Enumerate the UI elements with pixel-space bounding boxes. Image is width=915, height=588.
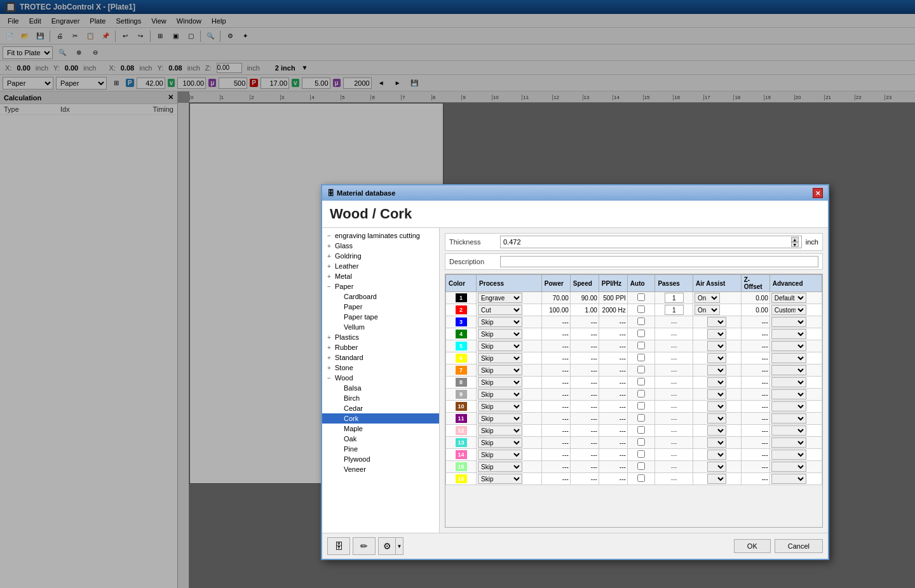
passes-cell-6[interactable]: ---: [655, 352, 693, 364]
air-cell-1[interactable]: On: [693, 292, 741, 304]
auto-cell-9[interactable]: [627, 389, 655, 401]
advanced-cell-7[interactable]: [769, 364, 822, 377]
advanced-cell-14[interactable]: [769, 449, 822, 461]
tree-item-veneer[interactable]: Veneer: [322, 464, 439, 474]
air-cell-11[interactable]: [693, 413, 741, 425]
process-cell-5[interactable]: Skip: [477, 340, 542, 352]
tree-item-vellum[interactable]: Vellum: [322, 322, 439, 332]
auto-cell-1[interactable]: [627, 292, 655, 304]
color-cell-8[interactable]: 8: [446, 377, 477, 389]
color-cell-16[interactable]: 16: [446, 473, 477, 485]
passes-cell-16[interactable]: ---: [655, 473, 693, 485]
auto-cell-12[interactable]: [627, 425, 655, 437]
air-cell-16[interactable]: [693, 473, 741, 485]
passes-cell-12[interactable]: ---: [655, 425, 693, 437]
auto-cell-8[interactable]: [627, 377, 655, 389]
process-cell-8[interactable]: Skip: [477, 377, 542, 389]
color-cell-6[interactable]: 6: [446, 352, 477, 364]
process-cell-10[interactable]: Skip: [477, 401, 542, 413]
tree-item-wood[interactable]: −Wood: [322, 373, 439, 383]
auto-cell-5[interactable]: [627, 340, 655, 352]
passes-cell-11[interactable]: ---: [655, 413, 693, 425]
advanced-cell-2[interactable]: Custom: [769, 304, 822, 316]
tree-item-standard[interactable]: +Standard: [322, 352, 439, 363]
tree-item-cork[interactable]: Cork: [322, 413, 439, 424]
process-cell-14[interactable]: Skip: [477, 449, 542, 461]
tree-item-cardboard[interactable]: Cardboard: [322, 291, 439, 302]
thickness-input[interactable]: [503, 238, 541, 246]
auto-cell-2[interactable]: [627, 304, 655, 316]
advanced-cell-5[interactable]: [769, 340, 822, 352]
passes-cell-5[interactable]: ---: [655, 340, 693, 352]
tree-item-glass[interactable]: +Glass: [322, 241, 439, 251]
air-cell-5[interactable]: [693, 340, 741, 352]
tree-item-pine[interactable]: Pine: [322, 444, 439, 454]
cancel-button[interactable]: Cancel: [775, 539, 823, 553]
air-cell-8[interactable]: [693, 377, 741, 389]
process-cell-3[interactable]: Skip: [477, 316, 542, 328]
process-cell-9[interactable]: Skip: [477, 389, 542, 401]
advanced-cell-16[interactable]: [769, 473, 822, 485]
color-cell-11[interactable]: 11: [446, 413, 477, 425]
advanced-cell-10[interactable]: [769, 401, 822, 413]
advanced-cell-12[interactable]: [769, 425, 822, 437]
gear-main-btn[interactable]: ⚙: [378, 537, 396, 555]
tree-item-plywood[interactable]: Plywood: [322, 454, 439, 464]
passes-cell-1[interactable]: [655, 292, 693, 304]
color-cell-7[interactable]: 7: [446, 364, 477, 377]
tree-item-birch[interactable]: Birch: [322, 393, 439, 403]
tree-item-stone[interactable]: +Stone: [322, 363, 439, 373]
advanced-cell-9[interactable]: [769, 389, 822, 401]
process-cell-4[interactable]: Skip: [477, 328, 542, 340]
auto-cell-7[interactable]: [627, 364, 655, 377]
tree-item-paper[interactable]: −Paper: [322, 281, 439, 291]
passes-cell-9[interactable]: ---: [655, 389, 693, 401]
db-btn1[interactable]: 🗄: [327, 537, 350, 555]
advanced-cell-15[interactable]: [769, 461, 822, 473]
advanced-cell-13[interactable]: [769, 437, 822, 449]
advanced-cell-1[interactable]: Default: [769, 292, 822, 304]
tree-item-leather[interactable]: +Leather: [322, 261, 439, 271]
auto-cell-15[interactable]: [627, 461, 655, 473]
passes-cell-14[interactable]: ---: [655, 449, 693, 461]
advanced-cell-8[interactable]: [769, 377, 822, 389]
gear-dropdown-btn[interactable]: ▼: [396, 537, 403, 555]
db-btn2[interactable]: ✏: [353, 537, 376, 555]
dialog-close-button[interactable]: ✕: [813, 188, 823, 198]
process-cell-12[interactable]: Skip: [477, 425, 542, 437]
process-cell-15[interactable]: Skip: [477, 461, 542, 473]
air-cell-2[interactable]: On: [693, 304, 741, 316]
tree-item-balsa[interactable]: Balsa: [322, 383, 439, 393]
passes-cell-8[interactable]: ---: [655, 377, 693, 389]
ok-button[interactable]: OK: [734, 539, 771, 553]
tree-item-cedar[interactable]: Cedar: [322, 403, 439, 413]
process-cell-7[interactable]: Skip: [477, 364, 542, 377]
advanced-cell-6[interactable]: [769, 352, 822, 364]
thickness-down-btn[interactable]: ▼: [791, 242, 799, 247]
color-cell-9[interactable]: 9: [446, 389, 477, 401]
passes-cell-13[interactable]: ---: [655, 437, 693, 449]
air-cell-4[interactable]: [693, 328, 741, 340]
air-cell-14[interactable]: [693, 449, 741, 461]
color-cell-12[interactable]: 12: [446, 425, 477, 437]
air-cell-7[interactable]: [693, 364, 741, 377]
tree-item-plastics[interactable]: +Plastics: [322, 332, 439, 342]
color-cell-15[interactable]: 15: [446, 461, 477, 473]
auto-cell-4[interactable]: [627, 328, 655, 340]
tree-item-paper-tape[interactable]: Paper tape: [322, 312, 439, 322]
color-cell-13[interactable]: 13: [446, 437, 477, 449]
air-cell-12[interactable]: [693, 425, 741, 437]
passes-cell-4[interactable]: ---: [655, 328, 693, 340]
color-cell-1[interactable]: 1: [446, 292, 477, 304]
passes-cell-10[interactable]: ---: [655, 401, 693, 413]
color-cell-4[interactable]: 4: [446, 328, 477, 340]
auto-cell-11[interactable]: [627, 413, 655, 425]
tree-item-goldring[interactable]: +Goldring: [322, 251, 439, 261]
passes-cell-7[interactable]: ---: [655, 364, 693, 377]
advanced-cell-3[interactable]: [769, 316, 822, 328]
auto-cell-14[interactable]: [627, 449, 655, 461]
process-cell-13[interactable]: Skip: [477, 437, 542, 449]
tree-item-rubber[interactable]: +Rubber: [322, 342, 439, 352]
air-cell-6[interactable]: [693, 352, 741, 364]
process-cell-6[interactable]: Skip: [477, 352, 542, 364]
